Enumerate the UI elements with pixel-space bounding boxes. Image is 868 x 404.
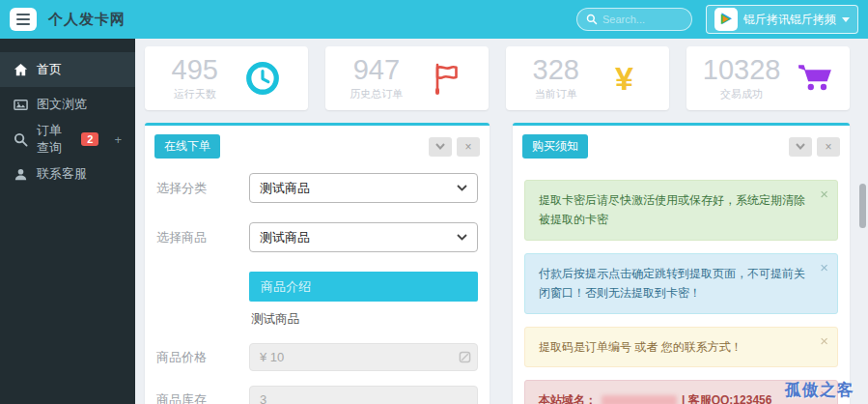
stat-value: 495 <box>172 56 218 84</box>
notice-alert-warning: 提取码是订单编号 或者 您的联系方式！ × <box>524 327 838 367</box>
sidebar-item-home[interactable]: 首页 <box>0 52 135 87</box>
category-label: 选择分类 <box>156 180 249 197</box>
product-label: 选择商品 <box>156 229 249 246</box>
plus-icon[interactable]: + <box>114 132 122 147</box>
sidebar-item-gallery[interactable]: 图文浏览 <box>0 87 135 122</box>
chevron-down-icon <box>796 143 805 150</box>
close-icon: × <box>464 141 471 153</box>
close-icon[interactable]: × <box>820 332 828 349</box>
stock-label: 商品库存 <box>156 391 249 404</box>
stat-card-current-orders: 328 当前订单 ¥ <box>506 46 669 110</box>
sidebar-item-label: 订单查询 <box>37 122 72 157</box>
hamburger-menu-button[interactable] <box>10 8 37 31</box>
sidebar-item-order-query[interactable]: 订单查询 2 + <box>0 122 135 157</box>
page-scrollbar[interactable] <box>859 184 866 228</box>
product-intro-text: 测试商品 <box>249 302 478 343</box>
category-select-value: 测试商品 <box>260 180 310 197</box>
chevron-down-icon <box>457 234 467 241</box>
alert-text: 提取码是订单编号 或者 您的联系方式！ <box>539 340 742 354</box>
clock-icon <box>244 60 281 97</box>
stat-value: 328 <box>533 56 579 84</box>
chevron-down-icon <box>457 185 467 191</box>
stat-card-total-orders: 947 历史总订单 <box>325 46 489 110</box>
search-input[interactable] <box>602 14 683 25</box>
stat-label: 历史总订单 <box>350 87 403 101</box>
header-search-box[interactable] <box>576 8 692 31</box>
stats-row: 495 运行天数 947 历史总订单 328 当前订单 ¥ <box>135 39 868 110</box>
alert-text: 付款后按提示点击确定跳转到提取页面，不可提前关闭窗口！否则无法提取到卡密！ <box>539 267 805 300</box>
product-select-value: 测试商品 <box>260 229 310 246</box>
search-icon <box>14 132 28 147</box>
tencent-video-icon <box>714 8 738 31</box>
close-panel-button[interactable]: × <box>817 137 840 157</box>
sidebar-item-label: 联系客服 <box>37 165 87 183</box>
readonly-icon <box>459 351 471 363</box>
price-field <box>249 343 478 371</box>
stat-card-success-trades: 10328 交易成功 <box>686 46 850 110</box>
notice-alert-info: 付款后按提示点击确定跳转到提取页面，不可提前关闭窗口！否则无法提取到卡密！ × <box>524 253 838 314</box>
top-header: 个人发卡网 锟斤拷讯锟斤拷频 <box>0 0 868 39</box>
price-label: 商品价格 <box>156 349 249 366</box>
order-count-badge: 2 <box>81 132 98 146</box>
alert-text-prefix: 本站域名： <box>539 393 597 404</box>
alert-text-suffix: | 客服QQ:123456 <box>682 393 771 404</box>
user-icon <box>14 167 28 182</box>
online-order-panel-title: 在线下单 <box>154 134 220 159</box>
stat-value: 10328 <box>703 56 781 84</box>
alert-text: 提取卡密后请尽快激活使用或保存好，系统定期清除被提取的卡密 <box>539 193 805 226</box>
video-button-label: 锟斤拷讯锟斤拷频 <box>743 12 836 28</box>
chevron-down-icon <box>435 143 445 150</box>
purchase-notice-panel-title: 购买须知 <box>522 134 588 159</box>
site-title: 个人发卡网 <box>48 11 126 29</box>
sidebar: 首页 图文浏览 订单查询 2 + 联系客服 <box>0 39 135 404</box>
stat-label: 运行天数 <box>172 87 218 101</box>
stock-field <box>249 386 478 404</box>
collapse-panel-button[interactable] <box>429 137 452 157</box>
collapse-panel-button[interactable] <box>789 137 812 157</box>
watermark-text: 孤傲之客 <box>785 379 854 401</box>
close-icon[interactable]: × <box>820 186 828 202</box>
stat-label: 当前订单 <box>533 87 579 101</box>
sidebar-item-contact-support[interactable]: 联系客服 <box>0 157 135 191</box>
stat-label: 交易成功 <box>703 87 781 101</box>
redacted-domain <box>602 395 677 404</box>
purchase-notice-panel: 购买须知 × 提取卡密后请尽快激活使用或保存好，系统定期清除被提取的卡密 × 付… <box>513 123 850 404</box>
sidebar-item-label: 首页 <box>37 61 62 78</box>
notice-alert-success: 提取卡密后请尽快激活使用或保存好，系统定期清除被提取的卡密 × <box>524 180 838 241</box>
close-panel-button[interactable]: × <box>457 137 480 157</box>
cart-icon <box>797 60 833 97</box>
caret-down-icon <box>842 17 850 22</box>
search-icon <box>586 14 598 25</box>
category-select[interactable]: 测试商品 <box>249 173 478 203</box>
stat-card-running-days: 495 运行天数 <box>145 46 308 110</box>
online-order-panel: 在线下单 × 选择分类 测试商品 <box>145 123 490 404</box>
video-dropdown-button[interactable]: 锟斤拷讯锟斤拷频 <box>706 5 858 34</box>
close-icon[interactable]: × <box>820 259 828 275</box>
stat-value: 947 <box>350 56 403 84</box>
product-intro-header: 商品介绍 <box>249 272 478 302</box>
close-icon: × <box>825 141 831 153</box>
main-content: 495 运行天数 947 历史总订单 328 当前订单 ¥ <box>135 39 868 404</box>
sidebar-item-label: 图文浏览 <box>37 96 87 113</box>
yen-icon: ¥ <box>605 60 642 97</box>
flag-icon <box>428 60 464 97</box>
home-icon <box>14 63 28 77</box>
product-select[interactable]: 测试商品 <box>249 222 478 252</box>
image-icon <box>14 98 28 112</box>
